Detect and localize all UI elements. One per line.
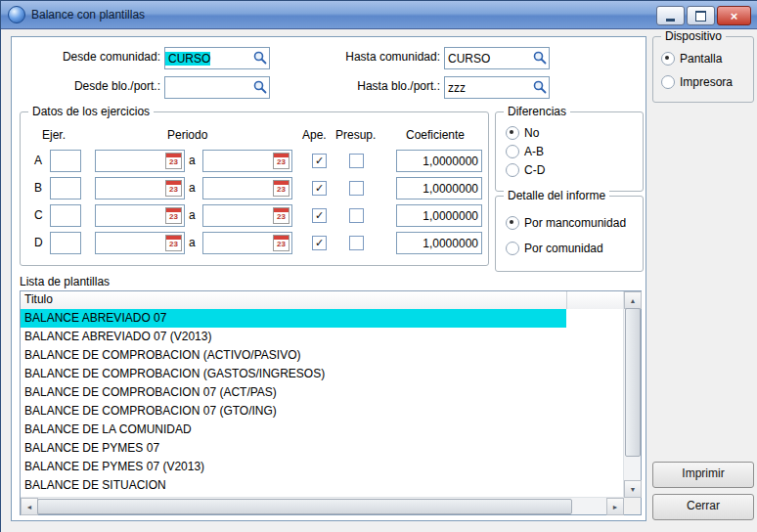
presup-checkbox[interactable] [349,181,364,196]
from-community-value: CURSO [165,52,210,66]
coefficient-input[interactable]: 1,0000000 [396,177,482,200]
presup-checkbox[interactable] [349,208,364,223]
coefficient-value: 1,0000000 [397,237,481,250]
template-row[interactable]: BALANCE DE LA COMUNIDAD [21,421,624,439]
column-header-titulo[interactable]: Titulo [21,291,624,310]
ape-checkbox[interactable]: ✓ [312,236,327,250]
radio-a-b[interactable]: A-B [506,145,544,158]
calendar-icon[interactable]: 23 [273,180,289,197]
from-community-label: Desde comunidad: [16,50,160,64]
radio-pantalla[interactable]: Pantalla [661,52,722,66]
exercise-year-input[interactable] [50,232,81,254]
scroll-down-icon[interactable]: ▼ [624,480,642,498]
calendar-icon[interactable]: 23 [273,153,289,169]
radio-label: A-B [524,145,544,158]
search-icon[interactable] [251,49,268,66]
main-panel: Desde comunidad: CURSO Hasta comunidad: … [11,36,646,521]
presup-checkbox[interactable] [349,236,364,250]
col-ape: Ape. [302,128,327,142]
calendar-icon[interactable]: 23 [273,207,289,224]
exercise-letter: A [34,154,42,167]
templates-list-title: Lista de plantillas [20,275,215,288]
from-community-input[interactable]: CURSO [164,47,270,69]
search-icon[interactable] [531,78,548,95]
template-row[interactable]: BALANCE DE COMPROBACION (ACTIVO/PASIVO) [21,346,624,365]
presup-checkbox[interactable] [349,154,364,168]
calendar-icon[interactable]: 23 [165,207,182,224]
close-icon: × [731,10,738,22]
period-to-input[interactable]: 23 [202,204,292,227]
calendar-icon[interactable]: 23 [165,235,182,251]
coefficient-input[interactable]: 1,0000000 [396,232,482,254]
template-row[interactable]: BALANCE DE SITUACION [21,476,624,495]
template-row[interactable]: BALANCE DE PYMES 07 [21,439,624,458]
vertical-scrollbar[interactable]: ▲ ▼ [623,291,641,498]
horizontal-scroll-thumb[interactable] [37,499,572,514]
radio-por-comunidad[interactable]: Por comunidad [506,242,603,255]
period-to-input[interactable]: 23 [202,232,292,254]
calendar-icon[interactable]: 23 [273,235,289,251]
period-from-input[interactable]: 23 [95,232,185,254]
search-icon[interactable] [531,49,548,66]
col-coeficiente: Coeficiente [406,128,465,142]
radio-label: Pantalla [680,52,722,66]
template-row[interactable]: BALANCE DE COMPROBACION (GASTOS/INGRESOS… [21,365,624,383]
exercise-row: B 23 a 23 ✓ 1,0000000 [21,177,488,200]
period-from-input[interactable]: 23 [95,204,185,227]
coefficient-input[interactable]: 1,0000000 [396,204,482,227]
close-dialog-button[interactable]: Cerrar [652,494,754,520]
horizontal-scrollbar[interactable]: ◄ ► [21,497,624,514]
exercise-year-input[interactable] [50,204,81,227]
scroll-left-icon[interactable]: ◄ [21,498,38,515]
radio-no[interactable]: No [506,126,539,140]
period-to-input[interactable]: 23 [202,150,292,172]
period-from-input[interactable]: 23 [95,177,185,200]
template-row[interactable]: BALANCE DE COMPROBACION 07 (GTO/ING) [21,402,624,421]
ape-checkbox[interactable]: ✓ [312,181,327,196]
scroll-right-icon[interactable]: ► [606,498,624,515]
ape-checkbox[interactable]: ✓ [312,154,327,168]
template-row[interactable]: BALANCE DE PYMES 07 (V2013) [21,458,624,476]
template-row[interactable]: BALANCE ABREVIADO 07 [21,309,624,328]
minimize-button[interactable] [656,6,685,25]
period-to-input[interactable]: 23 [202,177,292,200]
close-button[interactable]: × [717,6,751,25]
radio-impresora[interactable]: Impresora [661,75,733,89]
exercises-group-title: Datos de los ejercicios [28,105,154,118]
exercise-letter: C [34,208,43,222]
col-presup: Presup. [335,128,376,142]
window-controls: × [656,6,751,25]
exercise-year-input[interactable] [50,150,81,172]
scrollbar-corner [624,498,641,514]
col-ejer: Ejer. [42,128,66,142]
print-button[interactable]: Imprimir [652,462,754,488]
report-detail-group-title: Detalle del informe [504,189,609,202]
exercise-year-input[interactable] [50,177,81,200]
radio-label: Por mancomunidad [524,216,626,230]
coefficient-value: 1,0000000 [397,155,481,168]
to-community-input[interactable]: CURSO [444,47,550,69]
calendar-icon[interactable]: 23 [165,153,182,169]
calendar-icon[interactable]: 23 [165,180,182,197]
date-separator: a [189,181,196,195]
coefficient-input[interactable]: 1,0000000 [396,150,482,172]
maximize-button[interactable] [687,6,715,25]
device-group: Dispositivo Pantalla Impresora [652,36,754,103]
window-title: Balance con plantillas [31,8,145,22]
to-community-value: CURSO [445,52,490,66]
radio-c-d[interactable]: C-D [506,163,545,177]
period-from-input[interactable]: 23 [95,150,185,172]
template-row[interactable]: BALANCE ABREVIADO 07 (V2013) [21,328,624,346]
title-bar[interactable]: Balance con plantillas × [1,1,757,29]
template-row[interactable]: BALANCE DE COMPROBACION 07 (ACT/PAS) [21,383,624,402]
search-icon[interactable] [251,78,268,95]
ape-checkbox[interactable]: ✓ [312,208,327,223]
radio-por-mancomunidad[interactable]: Por mancomunidad [506,216,626,230]
scroll-up-icon[interactable]: ▲ [624,291,642,309]
report-detail-group: Detalle del informe Por mancomunidad Por… [495,196,644,272]
from-block-input[interactable] [164,76,270,99]
to-block-input[interactable]: zzz [444,76,550,99]
device-group-title: Dispositivo [661,29,726,43]
radio-icon [506,145,519,158]
vertical-scroll-thumb[interactable] [625,308,641,457]
